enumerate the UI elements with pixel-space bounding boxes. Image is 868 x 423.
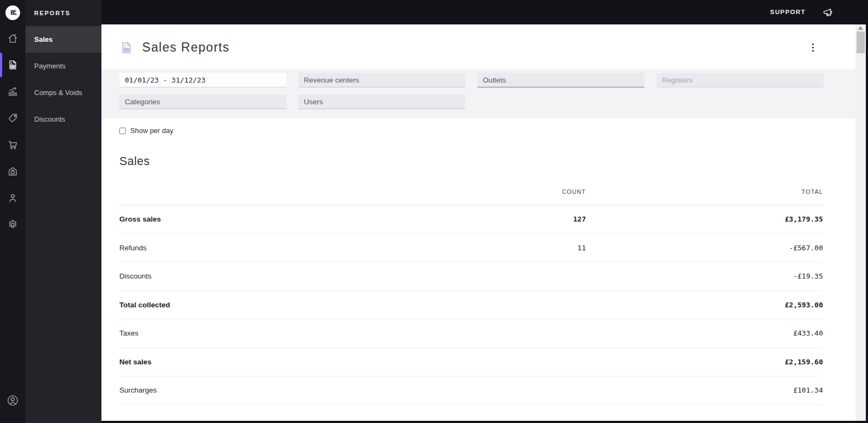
table-cell-label: Discounts: [119, 272, 434, 280]
scrollbar-up-arrow-icon[interactable]: [858, 26, 863, 30]
show-per-day-checkbox[interactable]: [119, 128, 126, 134]
sales-table: COUNT TOTAL Gross sales127£3,179.35Refun…: [119, 178, 823, 405]
table-header-total: TOTAL: [586, 188, 823, 195]
sidebar-item-discounts[interactable]: Discounts: [25, 106, 101, 132]
sidebar-item-payments[interactable]: Payments: [25, 53, 101, 79]
venue-lock-icon: [7, 166, 18, 177]
table-header-row: COUNT TOTAL: [119, 178, 823, 205]
table-body: Gross sales127£3,179.35Refunds11-£567.00…: [119, 205, 823, 405]
rail-item-reports[interactable]: $: [0, 52, 25, 78]
sidebar-header: REPORTS: [25, 0, 101, 26]
svg-text:$: $: [124, 43, 126, 48]
table-cell-label: Surcharges: [119, 386, 434, 394]
table-cell-label: Gross sales: [119, 215, 434, 223]
table-row: Discounts-£19.35: [119, 262, 823, 291]
table-cell-total: -£567.00: [586, 244, 823, 252]
show-per-day-label: Show per day: [130, 127, 174, 135]
main-content: $ Sales Reports Show per day: [101, 24, 856, 421]
sidebar-title: REPORTS: [34, 10, 71, 16]
filter-band: [101, 70, 856, 118]
top-bar: SUPPORT: [0, 0, 868, 24]
rail-item-orders[interactable]: [0, 131, 25, 158]
outlets-input[interactable]: [477, 73, 644, 87]
filter-row-2: [119, 94, 856, 109]
rail-item-customers[interactable]: [0, 185, 25, 211]
table-row: Total collected£2,593.00: [119, 291, 823, 320]
users-input[interactable]: [298, 94, 465, 109]
kebab-menu-icon[interactable]: [808, 41, 818, 54]
reports-sidebar: REPORTS SalesPaymentsComps & VoidsDiscou…: [25, 0, 101, 423]
support-link[interactable]: SUPPORT: [770, 9, 806, 15]
app-window: SUPPORT B n: [0, 0, 868, 423]
sidebar-items: SalesPaymentsComps & VoidsDiscounts: [25, 26, 101, 132]
window-edge-bottom: [101, 421, 868, 423]
table-cell-total: £3,179.35: [586, 215, 823, 223]
icon-rail: B n $: [0, 0, 25, 423]
table-cell-label: Refunds: [119, 244, 434, 252]
table-cell-count: 11: [434, 244, 586, 252]
section-title-sales: Sales: [119, 155, 856, 168]
table-row: Taxes£433.40: [119, 319, 823, 348]
analytics-chart-icon: [7, 86, 18, 97]
tag-icon: [7, 112, 18, 124]
table-row: Surcharges£101.34: [119, 376, 823, 405]
rail-item-venue[interactable]: [0, 158, 25, 185]
settings-gear-icon: [7, 219, 18, 230]
table-cell-total: £2,593.00: [586, 301, 823, 309]
table-cell-total: £2,159.60: [586, 358, 823, 366]
table-row: Net sales£2,159.60: [119, 348, 823, 377]
categories-input[interactable]: [119, 94, 286, 109]
customers-icon: [7, 192, 18, 204]
megaphone-icon[interactable]: [822, 7, 834, 18]
home-icon: [7, 33, 18, 44]
filter-row-1: [119, 73, 856, 87]
revenue-centers-input[interactable]: [298, 73, 465, 87]
table-cell-label: Taxes: [119, 329, 434, 337]
window-edge-right: [866, 0, 868, 423]
registers-input[interactable]: [656, 73, 824, 87]
rail-item-discounts[interactable]: [0, 105, 25, 131]
vertical-scrollbar[interactable]: [856, 24, 866, 421]
table-cell-label: Net sales: [119, 358, 434, 366]
rail-item-home[interactable]: [0, 25, 25, 52]
page-title: Sales Reports: [142, 40, 229, 55]
brand-logo[interactable]: B n: [0, 0, 25, 25]
sidebar-item-sales[interactable]: Sales: [25, 26, 101, 53]
account-icon: [6, 394, 20, 407]
sales-report-receipt-icon: $: [119, 41, 133, 55]
svg-text:$: $: [10, 62, 12, 65]
table-row: Gross sales127£3,179.35: [119, 205, 823, 234]
table-header-count: COUNT: [434, 188, 586, 195]
show-per-day-toggle[interactable]: Show per day: [119, 127, 856, 135]
table-cell-total: -£19.35: [586, 272, 823, 280]
rail-item-account[interactable]: [0, 389, 25, 411]
rail-item-settings[interactable]: [0, 211, 25, 238]
sidebar-item-comps-voids[interactable]: Comps & Voids: [25, 79, 101, 106]
brand-logo-circle: B n: [5, 5, 20, 20]
table-row: Refunds11-£567.00: [119, 234, 823, 263]
rail-item-analytics[interactable]: [0, 78, 25, 105]
reports-receipt-icon: $: [7, 59, 18, 71]
table-cell-count: 127: [434, 215, 586, 223]
date-range-input[interactable]: [119, 73, 286, 87]
svg-text:n: n: [14, 12, 17, 16]
cart-icon: [7, 139, 18, 150]
table-cell-total: £101.34: [586, 386, 823, 394]
table-cell-label: Total collected: [119, 301, 434, 309]
scrollbar-thumb[interactable]: [857, 31, 865, 53]
table-cell-total: £433.40: [586, 329, 823, 337]
page-header: $ Sales Reports: [101, 24, 856, 70]
